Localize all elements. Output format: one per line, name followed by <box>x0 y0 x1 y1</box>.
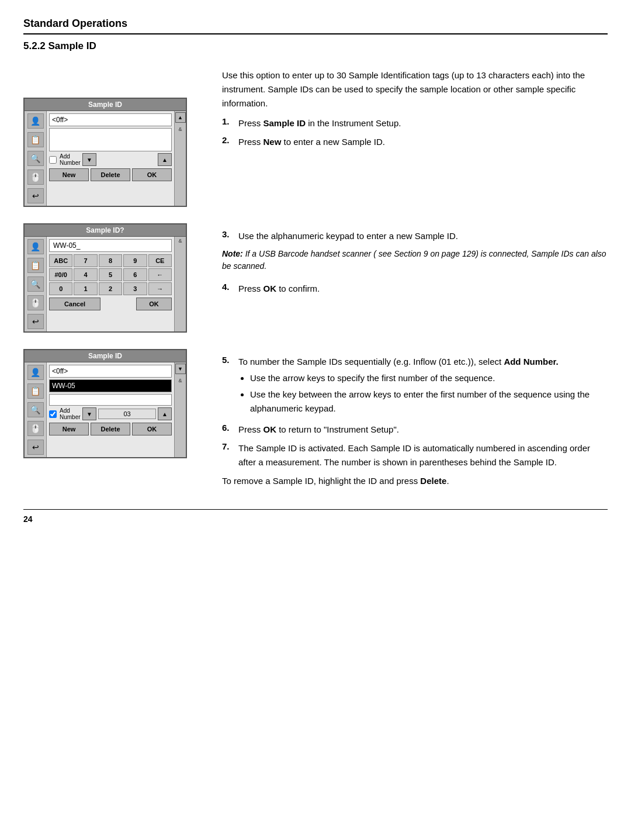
screen2-icon-back: ↩ <box>27 314 44 329</box>
screen2-right-label: & <box>178 238 182 244</box>
key-4[interactable]: 4 <box>74 268 97 281</box>
screen3-icon-back: ↩ <box>27 440 44 455</box>
step-1: 1. Press Sample ID in the Instrument Set… <box>222 116 608 130</box>
instrument-screen-2: Sample ID? 👤 📋 🔍 🖱️ ↩ WW-05_ ABC 7 8 <box>23 223 187 333</box>
screen3-up-arrow[interactable]: ▲ <box>158 407 172 420</box>
screen1-ok-button[interactable]: OK <box>132 168 172 181</box>
step-3: 3. Use the alphanumeric keypad to enter … <box>222 229 608 243</box>
steps-3-4: 3. Use the alphanumeric keypad to enter … <box>222 223 608 300</box>
step-5-text: To number the Sample IDs sequentially (e… <box>238 357 559 367</box>
sidebar-icon-doc: 📋 <box>27 132 44 147</box>
screen1-down-arrow[interactable]: ▼ <box>82 153 96 166</box>
key-1[interactable]: 1 <box>74 282 97 295</box>
step-5-number: 5. <box>222 355 233 365</box>
key-5[interactable]: 5 <box>99 268 122 281</box>
screen1-list-item: <0ff> <box>49 113 172 126</box>
key-7[interactable]: 7 <box>74 254 97 267</box>
screen3-icon-cursor: 🖱️ <box>27 421 44 436</box>
screen1-add-number-label: AddNumber <box>60 153 81 166</box>
screen3-new-button[interactable]: New <box>49 423 89 435</box>
step-note: Note: If a USB Barcode handset scanner (… <box>222 248 608 277</box>
intro-text: Use this option to enter up to 30 Sample… <box>222 68 608 110</box>
screen1-main: <0ff> AddNumber ▼ ▲ New Delete OK <box>47 111 174 206</box>
step-6-text: Press OK to return to "Instrument Setup"… <box>238 423 399 437</box>
key-8[interactable]: 8 <box>99 254 122 267</box>
screen1-bottom-btns: New Delete OK <box>49 168 172 181</box>
screen2-container: Sample ID? 👤 📋 🔍 🖱️ ↩ WW-05_ ABC 7 8 <box>23 223 204 333</box>
screen2-cancel-button[interactable]: Cancel <box>49 298 100 310</box>
screen1-add-number-row: AddNumber ▼ ▲ <box>49 153 172 166</box>
steps-1-2: Use this option to enter up to 30 Sample… <box>222 63 608 154</box>
step-4-text: Press OK to confirm. <box>238 282 320 296</box>
screen3-bottom-btns: New Delete OK <box>49 423 172 435</box>
screen1-up-arrow[interactable]: ▲ <box>158 153 172 166</box>
step-note-text: Note: If a USB Barcode handset scanner (… <box>222 248 608 272</box>
screen3-main: <0ff> WW-05 AddNumber ▼ 03 ▲ New Delete … <box>47 362 174 457</box>
screen2-sidebar: 👤 📋 🔍 🖱️ ↩ <box>25 237 47 331</box>
screen2-input: WW-05_ <box>49 239 172 252</box>
key-hash[interactable]: #0/0 <box>49 268 72 281</box>
page-footer: 24 <box>23 509 608 524</box>
screen1-add-number-checkbox[interactable] <box>49 156 57 164</box>
step-3-text: Use the alphanumeric keypad to enter a n… <box>238 229 458 243</box>
screen3-ok-button[interactable]: OK <box>132 423 172 435</box>
key-3[interactable]: 3 <box>123 282 147 295</box>
screen3-right-label: & <box>178 378 182 383</box>
step-1-text: Press Sample ID in the Instrument Setup. <box>238 116 401 130</box>
screen3-delete-button[interactable]: Delete <box>91 423 130 435</box>
screen1-delete-button[interactable]: Delete <box>91 168 130 181</box>
instrument-screen-1: Sample ID 👤 📋 🔍 🖱️ ↩ <0ff> AddNumber <box>23 98 187 207</box>
screen2-ok-button[interactable]: OK <box>136 298 172 310</box>
screen2-right-bar: & <box>174 237 186 331</box>
screen3-icon-search: 🔍 <box>27 402 44 417</box>
step-2: 2. Press New to enter a new Sample ID. <box>222 135 608 149</box>
step-6: 6. Press OK to return to "Instrument Set… <box>222 423 608 437</box>
step-6-number: 6. <box>222 423 233 433</box>
step-5a: Use the arrow keys to specify the first … <box>250 371 608 385</box>
screen3-add-number-row: AddNumber ▼ 03 ▲ <box>49 407 172 420</box>
key-6[interactable]: 6 <box>123 268 147 281</box>
key-ce[interactable]: CE <box>148 254 172 267</box>
step-4: 4. Press OK to confirm. <box>222 282 608 296</box>
step-7: 7. The Sample ID is activated. Each Samp… <box>222 441 608 469</box>
sidebar-icon-back: ↩ <box>27 188 44 203</box>
screen2-icon-cursor: 🖱️ <box>27 295 44 310</box>
step-5-bullets: Use the arrow keys to specify the first … <box>250 371 608 416</box>
screen1-scroll-area <box>49 128 172 151</box>
section-title: 5.2.2 Sample ID <box>23 40 608 52</box>
screen1-title: Sample ID <box>25 99 186 111</box>
screen3-title: Sample ID <box>25 350 186 362</box>
screen2-icon-doc: 📋 <box>27 258 44 273</box>
screen3-add-number-checkbox[interactable] <box>49 410 57 418</box>
key-forward[interactable]: → <box>148 282 172 295</box>
key-2[interactable]: 2 <box>99 282 122 295</box>
step-7-text: The Sample ID is activated. Each Sample … <box>238 441 608 469</box>
screen3-sidebar: 👤 📋 🔍 🖱️ ↩ <box>25 362 47 457</box>
screen1-new-button[interactable]: New <box>49 168 89 181</box>
screen3-add-number-value: 03 <box>98 409 156 419</box>
screen1-sidebar: 👤 📋 🔍 🖱️ ↩ <box>25 111 47 206</box>
step-1-number: 1. <box>222 116 233 126</box>
screen2-bottom-btns: Cancel OK <box>49 298 172 310</box>
key-9[interactable]: 9 <box>123 254 147 267</box>
key-abc[interactable]: ABC <box>49 254 72 267</box>
screen3-list-item1: <0ff> <box>49 365 172 378</box>
step-2-number: 2. <box>222 135 233 145</box>
screen3-scroll-area <box>49 394 172 406</box>
screen2-title: Sample ID? <box>25 224 186 237</box>
steps-5-7: 5. To number the Sample IDs sequentially… <box>222 349 608 493</box>
screen3-down-arrow[interactable]: ▼ <box>82 407 96 420</box>
step-5b: Use the key between the arrow keys to en… <box>250 388 608 416</box>
key-backspace[interactable]: ← <box>148 268 172 281</box>
screen3-container: Sample ID 👤 📋 🔍 🖱️ ↩ <0ff> WW-05 AddNumb… <box>23 349 204 458</box>
screen2-main: WW-05_ ABC 7 8 9 CE #0/0 4 5 6 ← 0 <box>47 237 174 331</box>
step-4-number: 4. <box>222 282 233 292</box>
screen2-icon-user: 👤 <box>27 239 44 254</box>
screen3-right-bar: ▼ & <box>174 362 186 457</box>
screen3-right-down[interactable]: ▼ <box>175 364 186 374</box>
key-0[interactable]: 0 <box>49 282 72 295</box>
screen2-icon-search: 🔍 <box>27 276 44 292</box>
screen1-right-up[interactable]: ▲ <box>175 112 186 123</box>
step-7-number: 7. <box>222 441 233 451</box>
screen3-add-number-label: AddNumber <box>60 407 81 420</box>
